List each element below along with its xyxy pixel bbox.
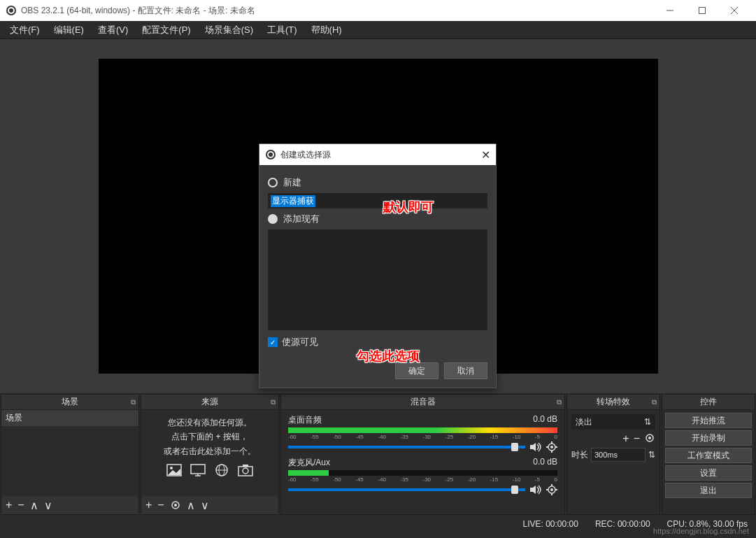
new-source-name-input[interactable]: 显示器捕获 (268, 193, 487, 208)
scenes-panel: 场景 ⧉ 场景 + − ∧ ∨ (1, 394, 139, 515)
menu-profile[interactable]: 配置文件(P) (135, 22, 197, 38)
menu-view[interactable]: 查看(V) (91, 22, 135, 38)
menu-tools[interactable]: 工具(T) (260, 22, 304, 38)
existing-sources-list[interactable] (268, 229, 487, 330)
new-source-name-value: 显示器捕获 (271, 195, 315, 207)
radio-new[interactable] (268, 178, 278, 187)
ok-button[interactable]: 确定 (395, 362, 438, 379)
menu-file[interactable]: 文件(F) (3, 22, 47, 38)
dialog-body: 新建 显示器捕获 添加现有 ✓ 使源可见 (259, 165, 496, 362)
chevron-updown-icon: ⇅ (644, 417, 651, 427)
radio-new-row[interactable]: 新建 (268, 176, 487, 189)
start-record-button[interactable]: 开始录制 (665, 430, 752, 446)
scenes-header: 场景 ⧉ (1, 395, 138, 410)
watermark: https://dengjin.blog.csdn.net (653, 527, 749, 535)
exit-button[interactable]: 退出 (665, 483, 752, 498)
svg-point-38 (269, 153, 273, 157)
speaker-icon[interactable] (529, 485, 542, 495)
menu-edit[interactable]: 编辑(E) (47, 22, 91, 38)
duration-label: 时长 (571, 449, 588, 461)
remove-source-button[interactable]: − (157, 499, 164, 511)
start-stream-button[interactable]: 开始推流 (665, 413, 752, 428)
status-rec: REC: 00:00:00 (595, 519, 650, 529)
obs-logo-icon (265, 149, 276, 160)
detach-icon[interactable]: ⧉ (652, 398, 657, 406)
add-transition-button[interactable]: + (622, 432, 629, 445)
sources-list[interactable]: 您还没有添加任何源。 点击下面的 + 按钮， 或者右击此处添加一个。 (141, 410, 278, 496)
source-up-button[interactable]: ∧ (187, 499, 195, 512)
menu-help[interactable]: 帮助(H) (304, 22, 349, 38)
detach-icon[interactable]: ⧉ (557, 398, 562, 406)
radio-existing-row[interactable]: 添加现有 (268, 213, 487, 225)
svg-rect-16 (243, 465, 248, 467)
scene-up-button[interactable]: ∧ (30, 499, 38, 512)
studio-mode-button[interactable]: 工作室模式 (665, 448, 752, 463)
svg-rect-4 (699, 8, 706, 14)
sources-empty-l2: 点击下面的 + 按钮， (145, 430, 274, 444)
duration-input[interactable] (591, 448, 646, 462)
speaker-icon[interactable] (529, 442, 542, 452)
close-button[interactable] (718, 0, 750, 21)
controls-header: 控件 (662, 395, 755, 410)
globe-icon (213, 462, 230, 478)
remove-transition-button[interactable]: − (634, 432, 640, 445)
mixer-desktop-db: 0.0 dB (533, 414, 557, 426)
add-scene-button[interactable]: + (6, 499, 12, 511)
obs-logo-icon (6, 5, 17, 16)
panels-row: 场景 ⧉ 场景 + − ∧ ∨ 来源 ⧉ 您还没有添加任何源。 点击下面的 + … (0, 393, 756, 516)
mixer-scale: -60-55-50-45-40-35-30-25-20-15-10-50 (288, 476, 557, 483)
transitions-body: 淡出 ⇅ + − 时长 ⇅ (567, 410, 659, 514)
titlebar: OBS 23.2.1 (64-bit, windows) - 配置文件: 未命名… (0, 0, 756, 21)
mixer-mic-db: 0.0 dB (533, 457, 557, 469)
sources-empty-text: 您还没有添加任何源。 点击下面的 + 按钮， 或者右击此处添加一个。 (141, 410, 278, 483)
radio-new-label: 新建 (283, 176, 301, 189)
maximize-button[interactable] (686, 0, 718, 21)
transitions-title: 转场特效 (597, 396, 630, 408)
create-source-dialog: 创建或选择源 ✕ 新建 显示器捕获 添加现有 ✓ 使源可见 确定 取消 (259, 143, 497, 388)
gear-icon[interactable] (546, 441, 557, 453)
minimize-button[interactable] (654, 0, 686, 21)
gear-icon[interactable] (546, 484, 557, 495)
visible-checkbox[interactable]: ✓ (268, 337, 278, 347)
camera-icon (237, 462, 254, 478)
svg-point-29 (550, 488, 553, 491)
transition-settings-button[interactable] (644, 432, 655, 445)
sources-empty-l1: 您还没有添加任何源。 (145, 416, 274, 430)
chevron-updown-icon[interactable]: ⇅ (648, 450, 655, 460)
dialog-titlebar: 创建或选择源 ✕ (259, 144, 496, 165)
cancel-button[interactable]: 取消 (444, 362, 487, 379)
transition-select[interactable]: 淡出 ⇅ (571, 414, 655, 430)
mixer-panel: 混音器 ⧉ 桌面音频 0.0 dB -60-55-50-45-40-35-30-… (280, 394, 565, 515)
radio-existing[interactable] (268, 214, 278, 224)
scene-item[interactable]: 场景 (1, 410, 138, 426)
scenes-footer: + − ∧ ∨ (1, 496, 138, 514)
status-live: LIVE: 00:00:00 (522, 519, 578, 529)
add-source-button[interactable]: + (145, 499, 152, 511)
detach-icon[interactable]: ⧉ (131, 398, 136, 406)
detach-icon[interactable]: ⧉ (271, 398, 276, 406)
monitor-icon (190, 462, 206, 478)
menu-scene-collection[interactable]: 场景集合(S) (198, 22, 260, 38)
menubar: 文件(F) 编辑(E) 查看(V) 配置文件(P) 场景集合(S) 工具(T) … (0, 21, 756, 39)
mixer-desktop-label: 桌面音频 (288, 414, 322, 426)
scene-down-button[interactable]: ∨ (44, 499, 52, 512)
controls-title: 控件 (700, 396, 717, 408)
svg-point-22 (550, 446, 553, 448)
mixer-mic-slider[interactable] (288, 488, 525, 491)
sources-footer: + − ∧ ∨ (141, 496, 278, 514)
radio-existing-label: 添加现有 (283, 213, 320, 225)
svg-point-17 (243, 468, 248, 474)
scenes-list[interactable]: 场景 (1, 410, 138, 496)
statusbar: LIVE: 00:00:00 REC: 00:00:00 CPU: 0.8%, … (0, 516, 756, 532)
source-down-button[interactable]: ∨ (201, 499, 209, 512)
visible-checkbox-row[interactable]: ✓ 使源可见 (268, 336, 487, 348)
mixer-body: 桌面音频 0.0 dB -60-55-50-45-40-35-30-25-20-… (281, 410, 564, 514)
scenes-title: 场景 (62, 396, 78, 408)
mixer-header: 混音器 ⧉ (281, 395, 564, 410)
dialog-close-button[interactable]: ✕ (481, 148, 490, 162)
remove-scene-button[interactable]: − (17, 499, 24, 511)
settings-button[interactable]: 设置 (665, 465, 752, 481)
source-settings-button[interactable] (170, 500, 181, 511)
mixer-desktop-slider[interactable] (288, 446, 525, 448)
controls-panel: 控件 开始推流 开始录制 工作室模式 设置 退出 (662, 394, 755, 515)
